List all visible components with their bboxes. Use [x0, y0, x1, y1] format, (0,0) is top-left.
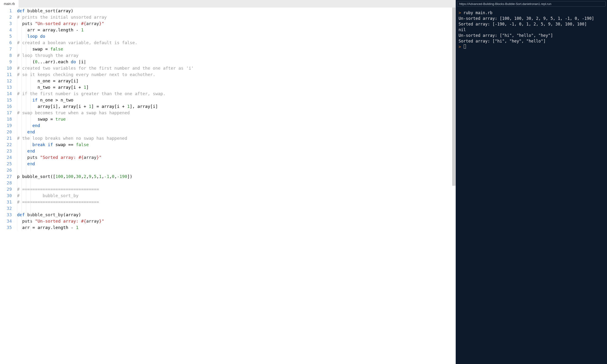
line-number: 8: [0, 52, 12, 59]
indent-guide: [30, 173, 31, 180]
indent-guide: [17, 116, 17, 122]
indent-guide: [26, 192, 26, 199]
line-number: 5: [0, 33, 12, 39]
code-line[interactable]: # if the first number is greater than th…: [17, 91, 455, 97]
indent-guide: [26, 97, 26, 103]
url-bar: https://Advanced-Building-Blocks-Bubble-…: [456, 0, 607, 8]
code-line[interactable]: p bubble_sort([100,100,30,2,9,5,1,-1,0,-…: [17, 173, 455, 180]
indent-guide: [22, 218, 22, 224]
code-line[interactable]: # ==============================: [17, 199, 455, 205]
code-line[interactable]: loop do: [17, 33, 455, 39]
code-line[interactable]: end: [17, 122, 455, 129]
indent-guide: [22, 20, 22, 27]
indent-guide: [26, 84, 26, 91]
scrollbar[interactable]: [452, 8, 455, 186]
indent-guide: [22, 46, 22, 52]
indent-guide: [17, 186, 17, 192]
line-number: 16: [0, 103, 12, 110]
indent-guide: [17, 8, 17, 14]
indent-guide: [17, 78, 17, 84]
code-line[interactable]: # created a boolean variable, default is…: [17, 39, 455, 46]
terminal-cursor: [464, 44, 466, 49]
indent-guide: [30, 224, 31, 231]
indent-guide: [30, 180, 31, 186]
tab-bar: main.rb: [0, 0, 455, 8]
code-line[interactable]: if n_one > n_two: [17, 97, 455, 103]
code-line[interactable]: end: [17, 160, 455, 167]
indent-guide: [17, 199, 17, 205]
indent-guide: [30, 46, 31, 52]
indent-guide: [17, 154, 17, 160]
indent-guide: [26, 141, 26, 148]
line-number: 33: [0, 211, 12, 218]
line-number: 28: [0, 180, 12, 186]
indent-guide: [22, 97, 22, 103]
indent-guide: [30, 141, 31, 148]
code-scroll[interactable]: 1234567891011121314151617181920212223242…: [0, 8, 455, 364]
indent-guide: [22, 199, 22, 205]
line-number: 34: [0, 218, 12, 224]
indent-guide: [26, 39, 26, 46]
code-line[interactable]: # the loop breaks when no swap has happe…: [17, 135, 455, 141]
indent-guide: [30, 97, 31, 103]
code-line[interactable]: end: [17, 148, 455, 154]
code-line[interactable]: # ==============================: [17, 186, 455, 192]
indent-guide: [26, 71, 26, 78]
code-line[interactable]: # loop through the array: [17, 52, 455, 59]
indent-guide: [22, 205, 22, 211]
code-line[interactable]: # prints the initial unsorted array: [17, 14, 455, 20]
code-line[interactable]: puts "Un-sorted array: #{array}": [17, 218, 455, 224]
indent-guide: [30, 205, 31, 211]
file-tab[interactable]: main.rb: [0, 0, 19, 8]
indent-guide: [17, 91, 17, 97]
indent-guide: [22, 148, 22, 154]
code-line[interactable]: arr = array.length - 1: [17, 224, 455, 231]
indent-guide: [26, 20, 26, 27]
indent-guide: [17, 160, 17, 167]
code-line[interactable]: n_one = array[i]: [17, 78, 455, 84]
indent-guide: [22, 78, 22, 84]
code-line[interactable]: swap = true: [17, 116, 455, 122]
indent-guide: [17, 148, 17, 154]
line-number: 7: [0, 46, 12, 52]
code-line[interactable]: def bubble_sort_by(array): [17, 211, 455, 218]
terminal-line: Sorted array: ["hi", "hey", "hello"]: [458, 38, 604, 44]
line-number: 35: [0, 224, 12, 231]
code-line[interactable]: break if swap == false: [17, 141, 455, 148]
line-number: 11: [0, 71, 12, 78]
indent-guide: [26, 91, 26, 97]
indent-guide: [17, 59, 17, 65]
prompt-icon: >: [458, 44, 463, 49]
file-tab-label: main.rb: [4, 2, 15, 6]
code-line[interactable]: [17, 167, 455, 173]
line-number: 14: [0, 91, 12, 97]
code-line[interactable]: end: [17, 129, 455, 135]
line-number-gutter: 1234567891011121314151617181920212223242…: [0, 8, 15, 231]
code-line[interactable]: array[i], array[i + 1] = array[i + 1], a…: [17, 103, 455, 110]
code-line[interactable]: (0...arr).each do |i|: [17, 59, 455, 65]
code-line[interactable]: swap = false: [17, 46, 455, 52]
code-line[interactable]: puts "Un-sorted array: #{array}": [17, 20, 455, 27]
code-content[interactable]: def bubble_sort(array)# prints the initi…: [15, 8, 455, 231]
indent-guide: [26, 167, 26, 173]
code-line[interactable]: # swap becomes true when a swap has happ…: [17, 110, 455, 116]
code-line[interactable]: [17, 205, 455, 211]
code-line[interactable]: def bubble_sort(array): [17, 8, 455, 14]
code-line[interactable]: # created two variables for the first nu…: [17, 65, 455, 71]
indent-guide: [17, 84, 17, 91]
indent-guide: [26, 116, 26, 122]
indent-guide: [26, 46, 26, 52]
code-line[interactable]: # so it keeps checking every number next…: [17, 71, 455, 78]
code-line[interactable]: n_two = array[i + 1]: [17, 84, 455, 91]
line-number: 23: [0, 148, 12, 154]
code-line[interactable]: # bubble_sort_by: [17, 192, 455, 199]
indent-guide: [17, 97, 17, 103]
url-input[interactable]: https://Advanced-Building-Blocks-Bubble-…: [457, 1, 606, 7]
line-number: 31: [0, 199, 12, 205]
code-line[interactable]: [17, 180, 455, 186]
indent-guide: [22, 141, 22, 148]
code-line[interactable]: arr = array.length - 1: [17, 27, 455, 33]
code-line[interactable]: puts "Sorted array: #{array}": [17, 154, 455, 160]
line-number: 10: [0, 65, 12, 71]
terminal-output[interactable]: > ruby main.rbUn-sorted array: [100, 100…: [456, 8, 607, 364]
